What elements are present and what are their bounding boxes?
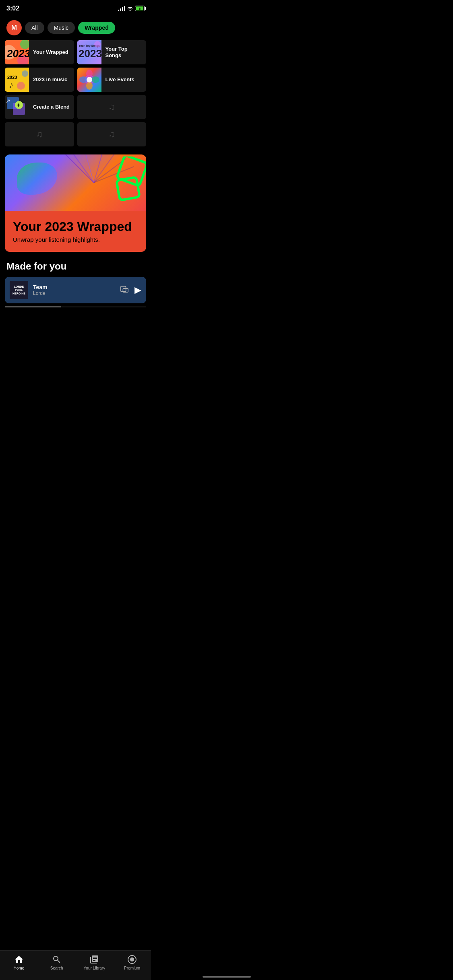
thumb-live-events — [77, 68, 101, 92]
lorde-label-2: PURE — [15, 288, 23, 292]
svg-point-13 — [17, 82, 25, 90]
thumb-your-wrapped: 2023 — [5, 40, 29, 64]
wrapped2023-art: 2023 — [5, 40, 29, 64]
music-2023-label: 2023 in music — [29, 76, 71, 83]
lorde-label-1: LORDE — [14, 285, 24, 288]
filter-wrapped[interactable]: Wrapped — [78, 22, 115, 34]
svg-point-9 — [94, 41, 101, 47]
grid-item-empty-3[interactable]: ♫ — [77, 122, 147, 146]
banner-green-art — [96, 156, 146, 209]
create-blend-label: Create a Blend — [29, 104, 74, 110]
grid-item-top-songs[interactable]: Your Top Songs 2023 Your Top Songs — [77, 40, 147, 64]
thumb-music-2023: 2023 ♪ — [5, 68, 29, 92]
grid-section: 2023 Your Wrapped Y — [0, 40, 151, 146]
section-title-made-for-you: Made for you — [0, 252, 151, 277]
grid-item-your-wrapped[interactable]: 2023 Your Wrapped — [5, 40, 74, 64]
grid-item-empty-1[interactable]: ♫ — [77, 95, 147, 119]
svg-point-21 — [87, 77, 92, 82]
svg-text:+: + — [17, 102, 20, 108]
grid-item-create-blend[interactable]: + ↗ Create a Blend — [5, 95, 74, 119]
battery-level: 8 — [136, 6, 143, 10]
svg-point-20 — [91, 76, 99, 83]
svg-rect-35 — [117, 156, 146, 186]
signal-icon — [118, 6, 125, 11]
svg-point-19 — [79, 76, 87, 83]
thumb-empty-1: ♫ — [77, 95, 147, 119]
now-playing-info: Team Lorde — [33, 284, 115, 296]
live-events-label: Live Events — [101, 76, 139, 83]
svg-text:↗: ↗ — [6, 98, 10, 104]
svg-point-14 — [22, 70, 28, 77]
banner-blob — [17, 163, 57, 195]
svg-text:♪: ♪ — [9, 80, 13, 90]
music-note-3: ♫ — [108, 129, 115, 140]
svg-text:2023: 2023 — [79, 47, 101, 60]
music2023-art: 2023 ♪ — [5, 68, 29, 92]
thumb-top-songs: Your Top Songs 2023 — [77, 40, 101, 64]
play-button[interactable]: ▶ — [134, 285, 141, 295]
thumb-create-blend: + ↗ — [5, 95, 29, 119]
status-bar: 3:02 8 — [0, 0, 151, 14]
thumb-empty-2: ♫ — [5, 122, 74, 146]
svg-line-29 — [74, 154, 94, 183]
banner-title: Your 2023 Wrapped — [13, 220, 138, 234]
track-name: Team — [33, 284, 115, 290]
top-songs-label: Your Top Songs — [101, 46, 147, 58]
topsongs-art: Your Top Songs 2023 — [77, 40, 101, 64]
now-playing-bar[interactable]: LORDE PURE HEROINE Team Lorde ▶ — [5, 277, 146, 303]
avatar[interactable]: M — [6, 20, 22, 35]
svg-point-18 — [86, 82, 93, 90]
status-time: 3:02 — [6, 5, 19, 12]
wrapped-banner[interactable]: Your 2023 Wrapped Unwrap your listening … — [5, 154, 146, 252]
svg-text:2023: 2023 — [6, 47, 29, 60]
filter-row: M All Music Wrapped — [0, 14, 151, 40]
svg-text:2023: 2023 — [7, 75, 17, 80]
banner-subtitle: Unwrap your listening highlights. — [13, 236, 138, 243]
artist-name: Lorde — [33, 290, 115, 296]
lorde-label-3: HEROINE — [12, 292, 25, 295]
grid-item-music-2023[interactable]: 2023 ♪ 2023 in music — [5, 68, 74, 92]
battery-icon: 8 — [135, 6, 145, 11]
album-art: LORDE PURE HEROINE — [10, 281, 28, 299]
filter-all[interactable]: All — [25, 22, 44, 34]
banner-top-art — [5, 154, 146, 211]
music-note-2: ♫ — [36, 129, 43, 140]
grid-item-empty-2[interactable]: ♫ — [5, 122, 74, 146]
status-icons: 8 — [118, 6, 145, 11]
wifi-icon — [127, 6, 133, 11]
banner-bottom: Your 2023 Wrapped Unwrap your listening … — [5, 211, 146, 252]
grid-item-live-events[interactable]: Live Events — [77, 68, 147, 92]
blend-art: + ↗ — [5, 95, 29, 119]
playback-controls: ▶ — [120, 285, 141, 296]
your-wrapped-label: Your Wrapped — [29, 49, 72, 56]
music-note-1: ♫ — [108, 102, 115, 112]
svg-rect-36 — [116, 177, 140, 200]
svg-point-17 — [86, 70, 93, 78]
connect-icon[interactable] — [120, 285, 129, 296]
live-art — [77, 68, 101, 92]
thumb-empty-3: ♫ — [77, 122, 147, 146]
filter-music[interactable]: Music — [48, 22, 75, 34]
